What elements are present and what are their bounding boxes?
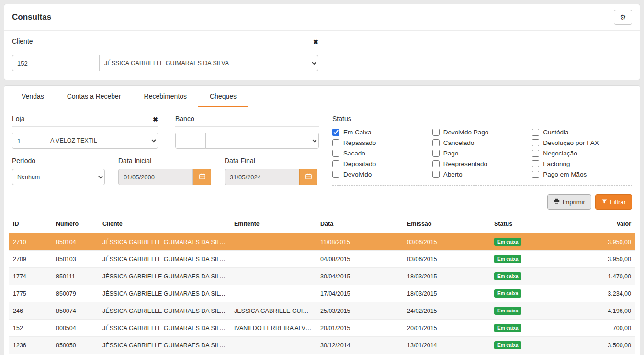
loja-code-input[interactable] — [12, 133, 45, 149]
status-option-factoring[interactable]: Factoring — [532, 158, 632, 169]
status-option-devolvido-pago[interactable]: Devolvido Pago — [432, 127, 532, 137]
status-checkbox-em-caixa[interactable] — [332, 129, 339, 136]
data-inicial-group: Data Inicial — [118, 157, 211, 185]
cell-data: 30/04/2015 — [316, 268, 403, 285]
loja-select[interactable]: A VELOZ TEXTIL — [45, 133, 158, 149]
status-option-devolucao-por-fax[interactable]: Devolução por FAX — [532, 137, 632, 148]
cell-numero: 850104 — [52, 233, 99, 251]
cliente-select[interactable]: JÉSSICA GABRIELLE GUIMARAES DA SILVA — [99, 55, 318, 71]
status-checkbox-sacado[interactable] — [332, 150, 339, 157]
status-checkbox-devolvido[interactable] — [332, 171, 339, 178]
status-option-repassado[interactable]: Repassado — [332, 137, 432, 148]
data-inicial-calendar-button[interactable] — [193, 169, 211, 185]
tab-vendas[interactable]: Vendas — [10, 86, 56, 107]
table-row[interactable]: 246850074JÉSSICA GABRIELLE GUIMARAES DA … — [9, 302, 635, 320]
status-checkbox-label: Reapresentado — [443, 160, 487, 167]
status-checkbox-depositado[interactable] — [332, 160, 339, 167]
printer-icon — [554, 198, 560, 206]
filtrar-button[interactable]: Filtrar — [595, 194, 632, 210]
imprimir-label: Imprimir — [563, 199, 585, 206]
data-final-label: Data Final — [225, 157, 317, 165]
cliente-input-group: JÉSSICA GABRIELLE GUIMARAES DA SILVA — [12, 55, 318, 71]
column-header-numero: Número — [52, 215, 99, 233]
cell-cliente: JÉSSICA GABRIELLE GUIMARAES DA SILVA — [99, 337, 230, 354]
settings-button[interactable]: ⚙ — [614, 10, 632, 25]
status-option-aberto[interactable]: Aberto — [432, 169, 532, 179]
banco-select[interactable] — [205, 133, 319, 149]
status-checkbox-label: Depositado — [343, 160, 376, 167]
status-checkbox-reapresentado[interactable] — [432, 160, 440, 167]
status-option-pago[interactable]: Pago — [432, 148, 532, 158]
status-checkbox-pago[interactable] — [432, 150, 440, 157]
status-badge: Em caixa — [494, 341, 521, 349]
status-checkbox-devolvido-pago[interactable] — [432, 129, 440, 136]
status-option-pago-em-maos[interactable]: Pago em Mãos — [532, 169, 632, 179]
data-final-input[interactable] — [225, 169, 299, 185]
status-checkbox-label: Em Caixa — [343, 129, 372, 136]
cell-data: 25/03/2015 — [316, 302, 403, 320]
loja-input-group: A VELOZ TEXTIL — [12, 133, 158, 149]
status-option-reapresentado[interactable]: Reapresentado — [432, 158, 532, 169]
status-checkbox-pago-em-maos[interactable] — [532, 171, 539, 178]
cell-id: 246 — [9, 302, 52, 320]
status-group: Status Em CaixaRepassadoSacadoDepositado… — [332, 115, 632, 186]
data-inicial-input[interactable] — [118, 169, 193, 185]
status-option-custodia[interactable]: Custódia — [532, 127, 632, 137]
status-option-depositado[interactable]: Depositado — [332, 158, 432, 169]
tabs: VendasContas a ReceberRecebimentosCheque… — [4, 86, 640, 107]
table-row[interactable]: 1775850079JÉSSICA GABRIELLE GUIMARAES DA… — [9, 285, 635, 302]
status-option-em-caixa[interactable]: Em Caixa — [332, 127, 432, 137]
cell-valor: 3.950,00 — [562, 251, 635, 268]
cliente-code-input[interactable] — [12, 55, 100, 71]
status-checkbox-aberto[interactable] — [432, 171, 440, 178]
data-final-calendar-button[interactable] — [299, 169, 317, 185]
cell-numero: 850074 — [52, 302, 99, 320]
column-header-valor: Valor — [562, 215, 635, 233]
status-checkbox-negociacao[interactable] — [532, 150, 539, 157]
cell-cliente: JÉSSICA GABRIELLE GUIMARAES DA SILVA — [99, 285, 230, 302]
page-title: Consultas — [12, 12, 51, 22]
status-checkbox-custodia[interactable] — [532, 129, 539, 136]
status-checkbox-repassado[interactable] — [332, 139, 339, 146]
tab-contas-a-receber[interactable]: Contas a Receber — [56, 86, 133, 107]
imprimir-button[interactable]: Imprimir — [547, 194, 591, 210]
cell-status: Em caixa — [490, 302, 562, 320]
cheques-table: IDNúmeroClienteEmitenteDataEmissãoStatus… — [9, 215, 635, 354]
cell-status: Em caixa — [490, 337, 562, 354]
banco-code-input[interactable] — [175, 133, 206, 149]
cell-cliente: JÉSSICA GABRIELLE GUIMARAES DA SILVA — [99, 233, 230, 251]
cliente-group-head: Cliente ✖ — [12, 37, 318, 49]
banco-group: Banco — [175, 115, 319, 149]
status-checkbox-label: Aberto — [443, 171, 463, 178]
column-header-cliente: Cliente — [99, 215, 230, 233]
card-header: Consultas ⚙ — [4, 4, 640, 31]
tab-cheques[interactable]: Cheques — [198, 86, 248, 107]
periodo-select[interactable]: Nenhum — [12, 169, 105, 185]
loja-clear-icon[interactable]: ✖ — [153, 116, 158, 122]
cell-id: 1774 — [9, 268, 52, 285]
table-row[interactable]: 1236850050JÉSSICA GABRIELLE GUIMARAES DA… — [9, 337, 635, 354]
table-body: 2710850104JÉSSICA GABRIELLE GUIMARAES DA… — [9, 233, 635, 354]
status-option-sacado[interactable]: Sacado — [332, 148, 432, 158]
cell-valor: 1.470,00 — [562, 268, 635, 285]
cell-id: 2710 — [9, 233, 52, 251]
cell-valor: 4.196,00 — [562, 302, 635, 320]
table-row[interactable]: 1774850111JÉSSICA GABRIELLE GUIMARAES DA… — [9, 268, 635, 285]
status-badge: Em caixa — [494, 307, 521, 315]
status-checkbox-cancelado[interactable] — [432, 139, 440, 146]
cell-cliente: JÉSSICA GABRIELLE GUIMARAES DA SILVA — [99, 251, 230, 268]
table-row[interactable]: 152000504JÉSSICA GABRIELLE GUIMARAES DA … — [9, 320, 635, 337]
status-checkbox-factoring[interactable] — [532, 160, 539, 167]
cell-numero: 850111 — [52, 268, 99, 285]
status-option-cancelado[interactable]: Cancelado — [432, 137, 532, 148]
column-header-emissao: Emissão — [403, 215, 490, 233]
status-checkbox-devolucao-por-fax[interactable] — [532, 139, 539, 146]
table-row[interactable]: 2710850104JÉSSICA GABRIELLE GUIMARAES DA… — [9, 233, 635, 251]
cliente-clear-icon[interactable]: ✖ — [313, 39, 318, 45]
tab-recebimentos[interactable]: Recebimentos — [133, 86, 199, 107]
status-option-devolvido[interactable]: Devolvido — [332, 169, 432, 179]
table-row[interactable]: 2709850103JÉSSICA GABRIELLE GUIMARAES DA… — [9, 251, 635, 268]
status-badge: Em caixa — [494, 272, 521, 280]
status-checkbox-label: Negociação — [543, 150, 577, 157]
status-option-negociacao[interactable]: Negociação — [532, 148, 632, 158]
